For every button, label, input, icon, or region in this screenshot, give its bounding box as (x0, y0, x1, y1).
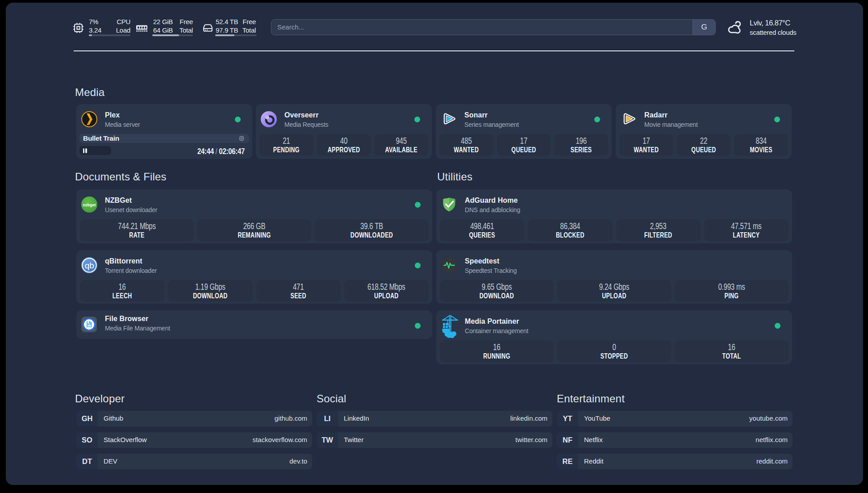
svg-text:qb: qb (85, 261, 94, 270)
svg-text:nzbget: nzbget (83, 203, 96, 207)
